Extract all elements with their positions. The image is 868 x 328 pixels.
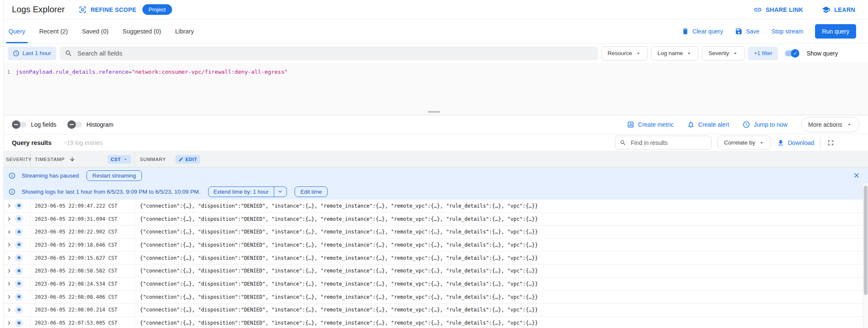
expand-chevron-icon[interactable] [6, 267, 13, 275]
arrow-drop-down-icon [759, 140, 765, 146]
app-header: Logs Explorer REFINE SCOPE Project SHARE… [0, 0, 868, 19]
show-query-label: Show query [807, 50, 838, 57]
create-alert-label: Create alert [698, 121, 729, 128]
expand-chevron-icon[interactable] [6, 280, 13, 287]
learn-button[interactable]: LEARN [822, 6, 855, 14]
edit-label: EDIT [186, 157, 197, 162]
log-summary: {"connection":{…}, "disposition":"DENIED… [135, 229, 863, 235]
tab-query[interactable]: Query [8, 19, 25, 43]
query-operator: = [128, 69, 132, 75]
edit-summary-button[interactable]: EDIT [175, 155, 200, 164]
time-range-chip[interactable]: Last 1 hour [8, 47, 56, 60]
info-icon [8, 172, 16, 179]
log-name-dropdown-label: Log name [657, 50, 683, 56]
severity-default-icon: ✱ [15, 267, 23, 275]
clear-query-button[interactable]: Clear query [682, 28, 723, 35]
tab-recent[interactable]: Recent (2) [39, 19, 68, 43]
search-input[interactable] [77, 49, 593, 57]
refine-scope-button[interactable]: REFINE SCOPE [78, 6, 136, 14]
severity-dropdown[interactable]: Severity [702, 46, 745, 61]
expand-chevron-icon[interactable] [6, 241, 13, 248]
save-button[interactable]: Save [735, 28, 760, 35]
streaming-paused-message: Streaming has paused [22, 172, 79, 179]
more-filters-chip[interactable]: +1 filter [748, 47, 778, 60]
pencil-icon [178, 157, 184, 162]
log-row[interactable]: ✱ 2023-06-05 22:09:18.646 CST {"connecti… [0, 239, 863, 252]
run-query-button[interactable]: Run query [815, 24, 856, 39]
correlate-by-dropdown[interactable]: Correlate by [718, 136, 771, 150]
expand-chevron-icon[interactable] [6, 320, 13, 327]
log-row-controls: ✱ [0, 264, 31, 277]
timezone-selector[interactable]: CST [108, 155, 131, 164]
expand-chevron-icon[interactable] [6, 254, 13, 261]
expand-chevron-icon[interactable] [6, 306, 13, 314]
log-row[interactable]: ✱ 2023-06-05 22:08:24.534 CST {"connecti… [0, 278, 863, 291]
expand-chevron-icon[interactable] [6, 228, 13, 236]
log-name-dropdown[interactable]: Log name [651, 46, 698, 61]
header-actions: SHARE LINK LEARN [754, 6, 868, 14]
log-row[interactable]: ✱ 2023-06-05 22:08:00.214 CST {"connecti… [0, 304, 863, 317]
streaming-paused-banner: Streaming has paused Restart streaming [0, 167, 868, 183]
download-button[interactable]: Download [777, 139, 814, 147]
more-actions-button[interactable]: More actions [801, 117, 860, 132]
expand-chevron-icon[interactable] [6, 293, 13, 300]
scrollbar-thumb[interactable] [864, 186, 868, 295]
create-alert-button[interactable]: Create alert [687, 121, 729, 128]
stop-stream-button[interactable]: Stop stream [771, 28, 803, 35]
show-query-toggle[interactable]: ✓ [784, 49, 799, 58]
severity-default-icon: ✱ [15, 293, 23, 301]
tab-library[interactable]: Library [175, 19, 194, 43]
jump-to-now-label: Jump to now [754, 121, 787, 128]
histogram-label: Histogram [86, 121, 114, 128]
query-editor[interactable]: 1 jsonPayload.rule_details.reference="ne… [0, 63, 868, 115]
find-in-results-input[interactable] [630, 139, 707, 147]
extend-time-label[interactable]: Extend time by: 1 hour [209, 187, 274, 197]
log-row[interactable]: ✱ 2023-06-05 22:09:47.222 CST {"connecti… [0, 200, 863, 213]
project-scope-badge[interactable]: Project [142, 4, 172, 15]
close-icon[interactable] [853, 172, 860, 179]
jump-to-now-button[interactable]: Jump to now [743, 121, 787, 128]
histogram-toggle[interactable] [67, 120, 83, 129]
log-results-area: Showing logs for last 1 hour from 6/5/23… [0, 183, 863, 328]
severity-default-icon: ✱ [15, 306, 23, 314]
time-range-banner: Showing logs for last 1 hour from 6/5/23… [0, 183, 863, 200]
summary-column-header: SUMMARY EDIT [135, 151, 868, 167]
restart-streaming-button[interactable]: Restart streaming [86, 170, 142, 181]
log-row[interactable]: ✱ 2023-06-05 22:09:31.094 CST {"connecti… [0, 213, 863, 226]
fullscreen-button[interactable] [826, 139, 835, 147]
tab-suggested[interactable]: Suggested (0) [122, 19, 161, 43]
query-text[interactable]: jsonPayload.rule_details.reference="netw… [16, 68, 288, 76]
log-summary: {"connection":{…}, "disposition":"DENIED… [135, 320, 863, 326]
find-in-results [615, 136, 712, 150]
vertical-scrollbar[interactable] [863, 183, 868, 328]
sort-descending-icon[interactable] [69, 156, 75, 162]
bell-icon [687, 121, 695, 128]
log-timestamp: 2023-06-05 22:08:58.582 CST [31, 264, 135, 277]
log-row-controls: ✱ [0, 317, 31, 328]
edit-time-button[interactable]: Edit time [295, 186, 328, 197]
resource-dropdown[interactable]: Resource [601, 46, 648, 61]
chevron-down-icon[interactable] [274, 187, 287, 197]
log-row[interactable]: ✱ 2023-06-05 22:09:22.902 CST {"connecti… [0, 225, 863, 239]
log-row[interactable]: ✱ 2023-06-05 22:07:53.005 CST {"connecti… [0, 317, 863, 328]
log-summary: {"connection":{…}, "disposition":"DENIED… [135, 203, 863, 209]
severity-default-icon: ✱ [15, 215, 23, 223]
clear-query-label: Clear query [693, 28, 723, 35]
results-bar-actions: Correlate by Download [615, 136, 868, 150]
log-row[interactable]: ✱ 2023-06-05 22:08:58.582 CST {"connecti… [0, 264, 863, 278]
arrow-drop-down-icon [123, 157, 128, 162]
share-link-button[interactable]: SHARE LINK [754, 6, 804, 14]
log-row[interactable]: ✱ 2023-06-05 22:09:15.627 CST {"connecti… [0, 252, 863, 265]
editor-resize-handle[interactable] [428, 111, 440, 113]
create-metric-button[interactable]: Create metric [627, 121, 673, 128]
log-row[interactable]: ✱ 2023-06-05 22:08:08.406 CST {"connecti… [0, 291, 863, 304]
expand-chevron-icon[interactable] [6, 215, 13, 222]
expand-chevron-icon[interactable] [6, 202, 13, 209]
log-summary: {"connection":{…}, "disposition":"DENIED… [135, 255, 863, 261]
download-icon [777, 139, 785, 147]
severity-column-header[interactable]: SEVERITY [0, 151, 31, 167]
tab-saved[interactable]: Saved (0) [82, 19, 108, 43]
save-label: Save [746, 28, 760, 35]
timestamp-column-header[interactable]: TIMESTAMP CST [31, 151, 135, 167]
log-fields-toggle[interactable] [12, 120, 27, 129]
